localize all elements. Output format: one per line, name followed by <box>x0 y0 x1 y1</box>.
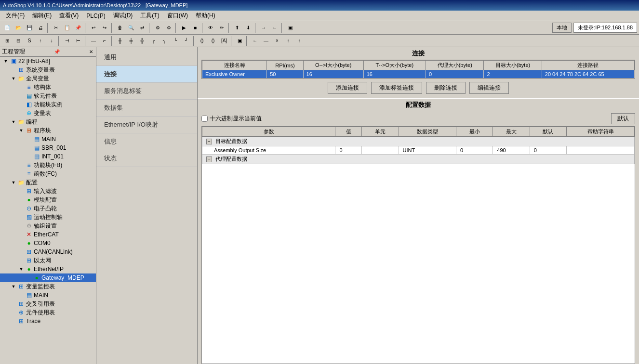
local-btn[interactable]: 本地 <box>552 23 572 33</box>
t2-btn23[interactable]: × <box>272 36 282 46</box>
window-btn[interactable]: ▣ <box>285 23 295 33</box>
t2-btn19[interactable]: [A] <box>219 36 229 46</box>
delete-btn[interactable]: 🗑 <box>115 23 125 33</box>
menu-debug[interactable]: 调试(D) <box>109 11 137 21</box>
t2-btn1[interactable]: ⊞ <box>2 36 13 46</box>
expander-config[interactable]: ▼ <box>10 179 17 186</box>
redo-btn[interactable]: ↪ <box>99 23 110 33</box>
compile-btn[interactable]: ⚙ <box>152 23 163 33</box>
connection-row[interactable]: Exclusive Owner 50 16 16 0 2 20 04 24 78… <box>202 70 635 78</box>
tree-item-xref[interactable]: ⊞ 交叉引用表 <box>0 299 96 308</box>
t2-btn7[interactable]: ⊢ <box>73 36 83 46</box>
menu-tools[interactable]: 工具(T) <box>136 11 163 21</box>
tree-item-devtable[interactable]: ▤ 软元件表 <box>0 91 96 100</box>
menu-window[interactable]: 窗口(W) <box>163 11 192 21</box>
t2-btn8[interactable]: — <box>88 36 99 46</box>
expander-plc[interactable]: ▼ <box>2 57 10 65</box>
config-group-target[interactable]: − 目标配置数据 <box>202 137 635 146</box>
tree-item-gateway[interactable]: ● Gateway_MDEP <box>0 273 96 282</box>
t2-btn13[interactable]: ╭ <box>148 36 159 46</box>
tree-item-sysvars[interactable]: ⊞ 系统变量表 <box>0 65 96 74</box>
expander-globalvars[interactable]: ▼ <box>10 75 17 82</box>
compile2-btn[interactable]: ⚙ <box>163 23 174 33</box>
new-btn[interactable]: 📄 <box>2 23 13 33</box>
tree-item-usage[interactable]: ⊕ 元件使用表 <box>0 308 96 317</box>
tree-item-ethercat[interactable]: ✕ EtherCAT <box>0 230 96 239</box>
comm2-btn[interactable]: ← <box>269 23 280 33</box>
tree-item-main2[interactable]: ▤ MAIN <box>0 291 96 299</box>
search-btn[interactable]: 🔍 <box>126 23 136 33</box>
t2-btn15[interactable]: ╰ <box>170 36 181 46</box>
expander-prog[interactable]: ▼ <box>10 118 17 126</box>
panel-unpin-btn[interactable]: 📌 <box>53 49 61 54</box>
nav-general[interactable]: 通用 <box>96 49 197 66</box>
tree-item-int001[interactable]: ▤ INT_001 <box>0 152 96 161</box>
add-tag-connection-btn[interactable]: 添加标签连接 <box>371 82 422 94</box>
t2-btn4[interactable]: ↑ <box>35 36 46 46</box>
menu-plc[interactable]: PLC(P) <box>82 12 109 20</box>
menu-help[interactable]: 帮助(H) <box>192 11 219 21</box>
tree-item-plc[interactable]: ▼ ▣ 22 [H5U-A8] <box>0 57 96 65</box>
default-btn[interactable]: 默认 <box>611 113 635 124</box>
collapse-target-btn[interactable]: − <box>206 139 212 144</box>
tree-item-fb[interactable]: ≡ 功能块(FB) <box>0 161 96 169</box>
tree-item-globalvars[interactable]: ▼ 📁 全局变量 <box>0 74 96 83</box>
menu-file[interactable]: 文件(F) <box>2 11 28 21</box>
nav-connection[interactable]: 连接 <box>96 66 197 83</box>
hex-checkbox-input[interactable] <box>201 116 208 122</box>
t2-btn20[interactable]: ▣ <box>234 36 245 46</box>
menu-view[interactable]: 查看(V) <box>55 11 82 21</box>
delete-connection-btn[interactable]: 删除连接 <box>426 82 466 94</box>
tree-item-prog[interactable]: ▼ 📁 编程 <box>0 117 96 126</box>
cut-btn[interactable]: ✂ <box>51 23 61 33</box>
nav-info[interactable]: 信息 <box>96 133 197 150</box>
tree-item-ethernet[interactable]: ⊞ 以太网 <box>0 256 96 265</box>
add-connection-btn[interactable]: 添加连接 <box>328 82 367 94</box>
tree-item-main[interactable]: ▤ MAIN <box>0 135 96 143</box>
run-btn[interactable]: ▶ <box>179 23 189 33</box>
t2-btn12[interactable]: ╬ <box>137 36 147 46</box>
tree-item-inputfilter[interactable]: ⊞ 输入滤波 <box>0 187 96 195</box>
t2-btn10[interactable]: ╫ <box>115 36 125 46</box>
t2-btn9[interactable]: ⌐ <box>99 36 110 46</box>
stop-btn[interactable]: ■ <box>190 23 200 33</box>
save-btn[interactable]: 💾 <box>24 23 35 33</box>
t2-btn14[interactable]: ╮ <box>159 36 170 46</box>
undo-btn[interactable]: ↩ <box>88 23 99 33</box>
config-group-proxy[interactable]: − 代理配置数据 <box>202 155 635 164</box>
tree-item-com0[interactable]: ● COM0 <box>0 239 96 247</box>
hex-display-option[interactable]: 十六进制显示当前值 <box>201 115 262 123</box>
expander-progblocks[interactable]: ▼ <box>17 127 25 134</box>
download-btn[interactable]: ⬇ <box>243 23 253 33</box>
t2-btn25[interactable]: ↑ <box>294 36 305 46</box>
tree-item-trace[interactable]: ⊞ Trace <box>0 317 96 325</box>
t2-btn6[interactable]: ⊣ <box>62 36 72 46</box>
tree-item-axisgroup[interactable]: ⚙ 轴组设置 <box>0 221 96 230</box>
tree-item-cam[interactable]: ⊙ 电子凸轮 <box>0 204 96 213</box>
t2-btn11[interactable]: ╪ <box>126 36 136 46</box>
nav-io-map[interactable]: Ethernet/IP I/O映射 <box>96 117 197 133</box>
tree-item-vartable[interactable]: ⊕ 变量表 <box>0 109 96 117</box>
menu-edit[interactable]: 编辑(E) <box>28 11 55 21</box>
nav-service-msg[interactable]: 服务消息标签 <box>96 83 197 100</box>
tree-item-config[interactable]: ▼ 📁 配置 <box>0 178 96 187</box>
tree-item-progblocks[interactable]: ▼ ⊞ 程序块 <box>0 126 96 135</box>
tree-item-motion[interactable]: ▧ 运动控制轴 <box>0 213 96 221</box>
t2-btn24[interactable]: ↑ <box>283 36 293 46</box>
paste-btn[interactable]: 📌 <box>73 23 83 33</box>
collapse-proxy-btn[interactable]: − <box>206 156 212 162</box>
tree-item-monitor[interactable]: ▼ ⊞ 变量监控表 <box>0 282 96 291</box>
upload-btn[interactable]: ⬆ <box>232 23 242 33</box>
replace-btn[interactable]: ⇄ <box>137 23 147 33</box>
edit-connection-btn[interactable]: 编辑连接 <box>469 82 509 94</box>
tree-item-fc[interactable]: ≡ 函数(FC) <box>0 169 96 178</box>
t2-btn2[interactable]: ⊟ <box>13 36 24 46</box>
tree-item-moduleconfig[interactable]: ● 模块配置 <box>0 195 96 204</box>
panel-close-btn[interactable]: ✕ <box>88 49 94 54</box>
t2-btn17[interactable]: () <box>197 36 207 46</box>
write-btn[interactable]: ✏ <box>216 23 227 33</box>
t2-btn21[interactable]: ← <box>250 36 260 46</box>
t2-btn16[interactable]: ╯ <box>181 36 192 46</box>
t2-btn3[interactable]: S <box>24 36 35 46</box>
tree-item-ethernetip[interactable]: ▼ ● EtherNet/IP <box>0 265 96 273</box>
